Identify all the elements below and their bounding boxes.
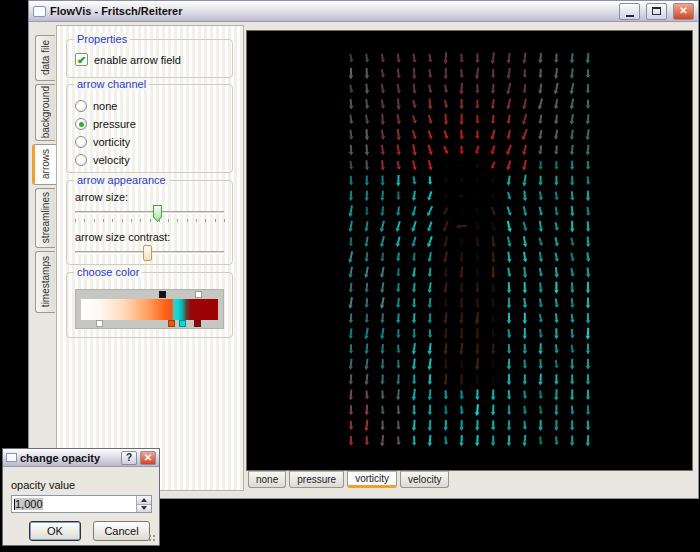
arrow-field-canvas[interactable]	[247, 31, 692, 470]
viewer-tab-velocity[interactable]: velocity	[400, 471, 449, 488]
viewer-tab-none[interactable]: none	[248, 471, 286, 488]
change-opacity-dialog: change opacity ? ✕ opacity value 1,000 O…	[2, 448, 160, 546]
minimize-button[interactable]	[619, 3, 640, 20]
sidebar-tab-background[interactable]: background	[35, 84, 55, 141]
arrows-settings-panel: Properties ✔ enable arrow field arrow ch…	[56, 25, 244, 491]
check-icon: ✔	[77, 55, 86, 65]
radio-icon	[75, 100, 87, 112]
window-title: FlowVis - Fritsch/Reiterer	[50, 5, 613, 17]
color-gradient-editor[interactable]	[75, 289, 224, 329]
slider-tick-marks	[75, 219, 224, 223]
properties-group: Properties ✔ enable arrow field	[66, 39, 233, 78]
spinbox-value: 1,000	[15, 498, 43, 510]
spin-down-button[interactable]	[137, 504, 151, 513]
viewer-tab-label: pressure	[297, 474, 336, 485]
arrow-size-contrast-slider[interactable]	[75, 251, 224, 254]
arrow-size-label: arrow size:	[75, 191, 128, 203]
gradient-color-marker[interactable]	[179, 320, 186, 327]
choose-color-group: choose color	[66, 272, 233, 338]
sidebar-tab-arrows[interactable]: arrows	[32, 144, 56, 185]
viewer-tab-bar: none pressure vorticity velocity	[248, 471, 452, 488]
viewer-tab-label: none	[256, 474, 278, 485]
gradient-stop-marker[interactable]	[159, 291, 166, 298]
dialog-icon	[6, 453, 17, 462]
arrow-appearance-group: arrow appearance arrow size: arrow size …	[66, 180, 233, 265]
arrow-channel-group-title: arrow channel	[74, 78, 149, 90]
cancel-button[interactable]: Cancel	[93, 521, 150, 541]
properties-group-title: Properties	[74, 33, 130, 45]
gradient-stop-marker[interactable]	[195, 291, 202, 298]
sidebar-tab-label: streamlines	[40, 192, 51, 243]
viewer-tab-label: vorticity	[355, 473, 389, 484]
minimize-icon	[626, 15, 634, 17]
viewer-tab-label: velocity	[408, 474, 441, 485]
ok-button-label: OK	[47, 525, 63, 537]
opacity-value-label: opacity value	[11, 479, 75, 491]
spin-up-button[interactable]	[137, 496, 151, 504]
viewer-tab-pressure[interactable]: pressure	[289, 471, 344, 488]
sidebar-tab-data-file[interactable]: data file	[35, 35, 55, 81]
radio-icon	[75, 118, 87, 130]
spin-up-icon	[141, 498, 147, 502]
sidebar-tab-label: data file	[40, 40, 51, 75]
maximize-icon	[652, 7, 661, 15]
resize-grip[interactable]	[149, 535, 157, 543]
viewer-tab-vorticity[interactable]: vorticity	[347, 471, 397, 488]
radio-label: vorticity	[93, 136, 130, 148]
choose-color-group-title: choose color	[74, 266, 142, 278]
sidebar-tab-label: arrows	[40, 149, 51, 179]
radio-pressure[interactable]: pressure	[75, 117, 136, 131]
dialog-help-button[interactable]: ?	[121, 451, 137, 465]
radio-label: pressure	[93, 118, 136, 130]
flow-viewer[interactable]	[246, 30, 693, 471]
dialog-close-button[interactable]: ✕	[140, 451, 156, 465]
arrow-appearance-group-title: arrow appearance	[74, 174, 169, 186]
dialog-title: change opacity	[20, 452, 118, 464]
dialog-title-bar[interactable]: change opacity ? ✕	[3, 449, 159, 467]
cancel-button-label: Cancel	[104, 525, 138, 537]
help-icon: ?	[126, 452, 132, 463]
radio-none[interactable]: none	[75, 99, 117, 113]
spinner-buttons	[136, 496, 151, 512]
title-bar[interactable]: FlowVis - Fritsch/Reiterer ✕	[29, 1, 698, 22]
arrow-size-contrast-label: arrow size contrast:	[75, 231, 170, 243]
radio-icon	[75, 154, 87, 166]
arrow-size-slider[interactable]	[75, 211, 224, 214]
checkbox-label: enable arrow field	[94, 54, 181, 66]
gradient-color-marker[interactable]	[96, 320, 103, 327]
gradient-color-marker[interactable]	[194, 320, 201, 327]
arrow-channel-group: arrow channel none pressure vorticity ve…	[66, 84, 233, 173]
color-gradient-bar[interactable]	[81, 299, 218, 320]
close-icon: ✕	[679, 6, 687, 16]
opacity-value-spinbox[interactable]: 1,000	[11, 495, 152, 513]
main-window: FlowVis - Fritsch/Reiterer ✕ data file b…	[28, 0, 699, 499]
radio-icon	[75, 136, 87, 148]
sidebar-tab-label: background	[40, 86, 51, 138]
app-icon	[33, 6, 46, 17]
gradient-color-marker[interactable]	[168, 320, 175, 327]
close-icon: ✕	[144, 452, 152, 463]
radio-label: velocity	[93, 154, 130, 166]
spin-down-icon	[141, 506, 147, 510]
maximize-button[interactable]	[646, 3, 667, 20]
arrow-size-contrast-slider-thumb[interactable]	[143, 245, 152, 261]
checkbox-icon: ✔	[75, 53, 88, 66]
spinbox-text: 1,000	[12, 496, 136, 512]
enable-arrow-field-checkbox[interactable]: ✔ enable arrow field	[75, 53, 181, 66]
sidebar-tab-timestamps[interactable]: timestamps	[35, 251, 55, 313]
radio-velocity[interactable]: velocity	[75, 153, 130, 167]
radio-vorticity[interactable]: vorticity	[75, 135, 130, 149]
radio-label: none	[93, 100, 117, 112]
sidebar-tab-label: timestamps	[40, 256, 51, 307]
sidebar-tab-streamlines[interactable]: streamlines	[35, 188, 55, 248]
close-button[interactable]: ✕	[673, 3, 694, 20]
ok-button[interactable]: OK	[29, 521, 81, 541]
